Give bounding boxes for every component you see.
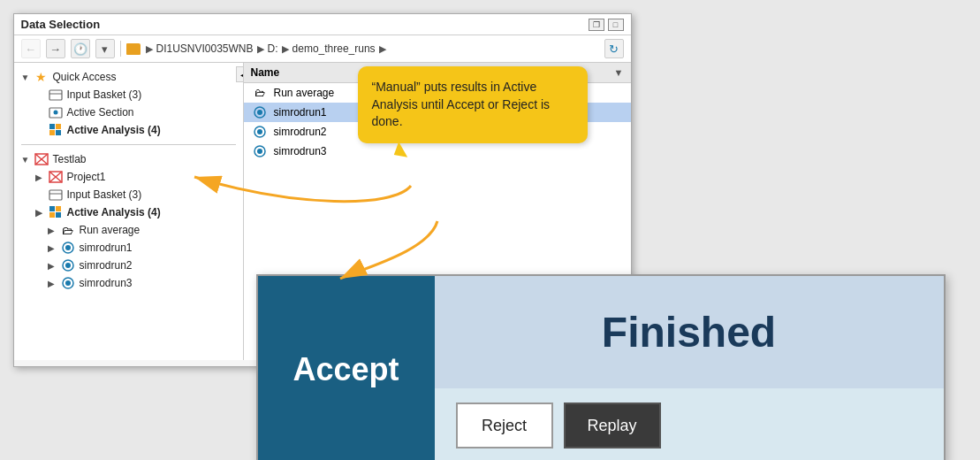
collapse-button[interactable]: ◀ (236, 66, 244, 82)
breadcrumb-sep-2: ▶ (257, 43, 264, 55)
svg-point-19 (257, 110, 262, 115)
simrodrun3-icon (60, 276, 76, 290)
input-basket-item[interactable]: Input Basket (3) (14, 86, 243, 104)
svg-rect-0 (49, 90, 62, 100)
simrodrun3-file-icon (251, 144, 269, 158)
svg-point-23 (257, 149, 262, 154)
breadcrumb-sep-4: ▶ (379, 43, 386, 55)
tooltip-bubble: “Manual” puts results in Active Analysis… (358, 66, 588, 143)
title-bar: Data Selection ❐ □ (14, 14, 631, 35)
active-analysis-item-testlab[interactable]: ▶ Active Analysis (4) (14, 203, 243, 221)
testlab-section: ▼ Testlab ▶ (14, 149, 243, 294)
simrodrun2-icon (60, 258, 76, 272)
refresh-button[interactable]: ↻ (604, 39, 624, 58)
history-dropdown-button[interactable]: ▾ (95, 39, 115, 58)
breadcrumb-sep-1: ▶ (146, 43, 153, 55)
finished-label: Finished (602, 308, 776, 356)
testlab-input-basket-icon (48, 188, 64, 202)
accept-button[interactable]: Accept (258, 276, 435, 460)
restore-icon[interactable]: ❐ (589, 19, 604, 31)
simrodrun2-file-label: simrodrun2 (274, 126, 327, 138)
sort-arrow-icon: ▼ (614, 67, 624, 78)
back-icon: ← (25, 42, 36, 56)
refresh-icon: ↻ (609, 42, 619, 56)
active-analysis-label-testlab: Active Analysis (4) (67, 206, 161, 218)
simrodrun1-file-icon (251, 105, 269, 119)
simrodrun1-expand: ▶ (48, 243, 60, 253)
window-title: Data Selection (21, 18, 101, 31)
history-button[interactable]: 🕐 (71, 39, 90, 58)
toolbar-separator (120, 41, 121, 57)
testlab-header[interactable]: ▼ Testlab (14, 150, 243, 168)
toolbar: ← → 🕐 ▾ ▶ DI1USNVI0035WNB ▶ D: ▶ demo_th… (14, 35, 631, 63)
tooltip-text: “Manual” puts results in Active Analysis… (372, 80, 551, 128)
forward-icon: → (49, 42, 61, 56)
simrodrun1-tree-label: simrodrun1 (80, 242, 133, 254)
run-average-expand: ▶ (48, 226, 60, 235)
run-average-file-label: Run average (274, 87, 335, 99)
testlab-expand-icon: ▼ (21, 155, 34, 165)
star-icon: ★ (34, 70, 49, 84)
run-average-file-icon: 🗁 (251, 86, 269, 100)
svg-point-3 (53, 111, 57, 115)
run-average-item[interactable]: ▶ 🗁 Run average (14, 221, 243, 239)
active-section-icon (48, 105, 64, 119)
clock-icon: 🕐 (73, 42, 87, 56)
testlab-icon (34, 152, 49, 166)
simrodrun1-icon (60, 241, 76, 255)
testlab-label: Testlab (53, 153, 87, 165)
back-button[interactable]: ← (21, 39, 41, 58)
expand-icon: ▼ (21, 73, 34, 82)
active-analysis-icon (48, 123, 64, 137)
folder-icon (126, 43, 141, 55)
forward-button[interactable]: → (46, 39, 65, 58)
breadcrumb-item-3[interactable]: demo_three_runs (292, 42, 376, 55)
svg-point-17 (65, 280, 71, 286)
simrodrun1-tree-item[interactable]: ▶ simrodrun1 (14, 239, 243, 257)
active-analysis-item-quick[interactable]: Active Analysis (4) (14, 121, 243, 139)
input-basket-label: Input Basket (3) (67, 88, 142, 101)
breadcrumb-item-2[interactable]: D: (268, 42, 278, 55)
simrodrun3-tree-item[interactable]: ▶ simrodrun3 (14, 274, 243, 292)
dialog-right-section: Finished Reject Replay (435, 276, 944, 460)
tree-separator (21, 144, 236, 145)
simrodrun3-file-label: simrodrun3 (274, 145, 327, 157)
breadcrumb: ▶ DI1USNVI0035WNB ▶ D: ▶ demo_three_runs… (146, 42, 599, 55)
project1-expand: ▶ (35, 172, 48, 182)
simrodrun1-file-label: simrodrun1 (274, 106, 327, 119)
project1-item[interactable]: ▶ Project1 (14, 168, 243, 186)
svg-rect-10 (49, 190, 62, 200)
chevron-down-icon: ▾ (102, 42, 108, 56)
active-section-item[interactable]: Active Section (14, 104, 243, 121)
svg-point-21 (257, 129, 262, 134)
active-section-label: Active Section (67, 106, 134, 119)
run-average-icon: 🗁 (60, 223, 76, 237)
input-basket-icon (48, 88, 64, 102)
project1-label: Project1 (67, 171, 106, 183)
dialog-panel: Accept Finished Reject Replay (256, 274, 946, 460)
run-average-label: Run average (80, 224, 141, 236)
simrodrun3-expand: ▶ (48, 279, 60, 288)
quick-access-header[interactable]: ▼ ★ Quick Access (14, 68, 243, 86)
tree-panel: ◀ ▼ ★ Quick Access (14, 63, 244, 360)
simrodrun2-tree-item[interactable]: ▶ simrodrun2 (14, 257, 243, 274)
project1-icon (48, 170, 64, 184)
active-analysis-icon-testlab (48, 205, 64, 219)
accept-label: Accept (292, 351, 399, 388)
replay-label: Replay (587, 417, 636, 435)
breadcrumb-item-1[interactable]: DI1USNVI0035WNB (156, 42, 254, 55)
active-analysis-expand: ▶ (35, 208, 48, 218)
simrodrun2-expand: ▶ (48, 261, 60, 271)
reject-button[interactable]: Reject (456, 402, 553, 448)
finished-bar: Finished (435, 276, 944, 388)
replay-button[interactable]: Replay (564, 402, 661, 448)
maximize-icon[interactable]: □ (608, 19, 624, 31)
simrodrun3-file-item[interactable]: simrodrun3 (244, 142, 631, 161)
simrodrun2-file-icon (251, 125, 269, 139)
bottom-buttons: Reject Replay (435, 388, 944, 460)
active-analysis-label-quick: Active Analysis (4) (67, 124, 161, 136)
quick-access-section: ▼ ★ Quick Access Input Basket (3) (14, 66, 243, 141)
reject-label: Reject (482, 417, 527, 435)
simrodrun3-tree-label: simrodrun3 (80, 277, 133, 289)
testlab-input-basket-item[interactable]: Input Basket (3) (14, 186, 243, 203)
